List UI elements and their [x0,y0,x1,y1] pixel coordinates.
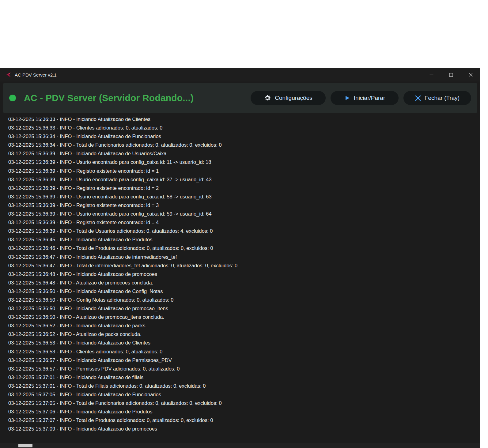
close-button[interactable] [461,68,480,81]
horizontal-scrollbar[interactable] [0,443,480,448]
server-status-title: AC - PDV Server (Servidor Rodando...) [24,93,194,103]
log-line: 03-12-2025 15:36:46 - INFO - Total de Pr… [8,244,480,252]
desktop-background: { "window": { "title": "AC PDV Server v2… [0,0,488,448]
log-line: 03-12-2025 15:36:57 - INFO - Iniciando A… [8,356,480,364]
log-line: 03-12-2025 15:36:47 - INFO - Total de in… [8,261,480,270]
log-line: 03-12-2025 15:36:34 - INFO - Iniciando A… [8,132,480,141]
start-stop-button-label: Iniciar/Parar [354,95,385,101]
title-bar: AC PDV Server v2.1 [0,68,480,81]
log-line: 03-12-2025 15:36:57 - INFO - Permisses P… [8,364,480,373]
app-window: AC PDV Server v2.1 AC - PDV Server (Serv… [0,68,480,448]
log-line: 03-12-2025 15:36:39 - INFO - Usurio enco… [8,192,480,201]
log-line: 03-12-2025 15:36:52 - INFO - Iniciando A… [8,321,480,330]
app-logo-icon [5,71,12,78]
log-line: 03-12-2025 15:36:50 - INFO - Iniciando A… [8,304,480,313]
close-tray-button[interactable]: Fechar (Tray) [403,91,471,105]
x-icon [415,95,421,101]
log-line: 03-12-2025 15:37:07 - INFO - Total de Pr… [8,416,480,424]
log-line: 03-12-2025 15:36:39 - INFO - Usurio enco… [8,209,480,218]
close-icon [469,73,473,77]
window-title: AC PDV Server v2.1 [15,72,57,77]
minimize-button[interactable] [422,68,441,81]
status-green-dot-icon [9,95,16,101]
start-stop-button[interactable]: Iniciar/Parar [331,91,399,105]
log-line: 03-12-2025 15:36:47 - INFO - Iniciando A… [8,253,480,261]
maximize-button[interactable] [441,68,461,81]
log-line: 03-12-2025 15:36:52 - INFO - Atualizao d… [8,330,480,338]
maximize-icon [449,73,453,77]
log-output[interactable]: 03-12-2025 15:36:33 - INFO - Iniciando A… [0,118,480,443]
header-button-group: Configurações Iniciar/Parar Fechar (Tray… [251,91,471,105]
close-tray-button-label: Fechar (Tray) [425,95,460,101]
minimize-icon [429,73,433,77]
log-line: 03-12-2025 15:36:33 - INFO - Iniciando A… [8,118,480,123]
log-line: 03-12-2025 15:37:05 - INFO - Iniciando A… [8,390,480,399]
log-line: 03-12-2025 15:37:01 - INFO - Total de Fi… [8,382,480,390]
log-line: 03-12-2025 15:36:39 - INFO - Registro ex… [8,218,480,227]
log-line: 03-12-2025 15:36:39 - INFO - Iniciando A… [8,149,480,158]
log-line: 03-12-2025 15:36:50 - INFO - Atualizao d… [8,313,480,321]
settings-button-label: Configurações [275,95,312,101]
log-line: 03-12-2025 15:36:48 - INFO - Atualizao d… [8,278,480,287]
log-line: 03-12-2025 15:36:50 - INFO - Config Nota… [8,296,480,304]
gear-icon [264,94,271,102]
log-line: 03-12-2025 15:36:39 - INFO - Registro ex… [8,184,480,192]
play-icon [344,95,350,101]
horizontal-scrollbar-thumb[interactable] [18,444,32,447]
log-line: 03-12-2025 15:37:05 - INFO - Total de Fu… [8,399,480,407]
status-header: AC - PDV Server (Servidor Rodando...) Co… [3,83,477,113]
log-line: 03-12-2025 15:36:39 - INFO - Total de Us… [8,227,480,235]
log-line: 03-12-2025 15:36:33 - INFO - Clientes ad… [8,123,480,132]
log-line: 03-12-2025 15:37:09 - INFO - Iniciando A… [8,424,480,433]
log-line: 03-12-2025 15:36:48 - INFO - Iniciando A… [8,270,480,278]
log-line: 03-12-2025 15:36:39 - INFO - Usurio enco… [8,158,480,166]
log-line: 03-12-2025 15:36:50 - INFO - Iniciando A… [8,287,480,296]
log-line: 03-12-2025 15:36:39 - INFO - Usurio enco… [8,175,480,184]
log-content: 03-12-2025 15:36:33 - INFO - Iniciando A… [8,118,480,433]
settings-button[interactable]: Configurações [251,91,326,105]
log-line: 03-12-2025 15:36:53 - INFO - Clientes ad… [8,347,480,356]
log-line: 03-12-2025 15:36:53 - INFO - Iniciando A… [8,338,480,347]
log-line: 03-12-2025 15:37:01 - INFO - Iniciando A… [8,373,480,382]
log-line: 03-12-2025 15:36:39 - INFO - Registro ex… [8,201,480,209]
log-line: 03-12-2025 15:36:34 - INFO - Total de Fu… [8,141,480,149]
log-line: 03-12-2025 15:36:45 - INFO - Iniciando A… [8,235,480,244]
log-line: 03-12-2025 15:37:06 - INFO - Iniciando A… [8,407,480,416]
log-line: 03-12-2025 15:36:39 - INFO - Registro ex… [8,167,480,175]
window-controls [422,68,480,81]
